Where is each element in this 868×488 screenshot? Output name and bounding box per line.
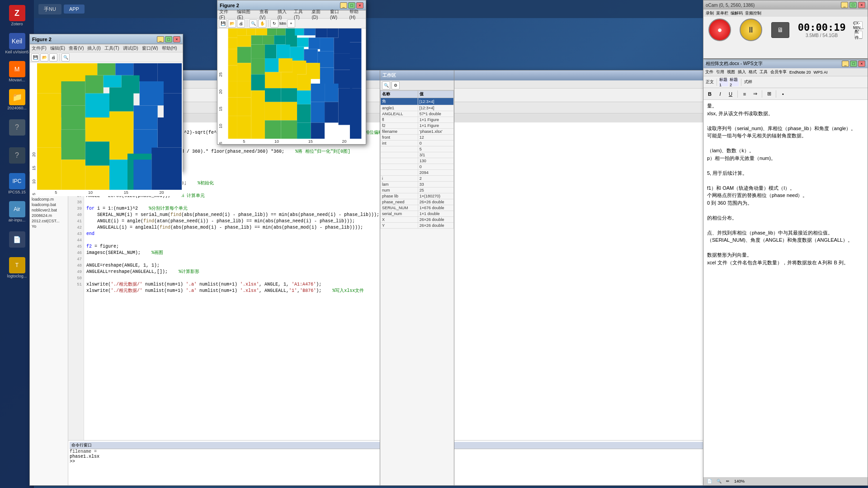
fig1-menu-view[interactable]: 查看(V): [69, 45, 84, 52]
figure2-maximize[interactable]: □: [348, 2, 355, 9]
fig1-menu-file[interactable]: 文件(F): [32, 45, 47, 52]
taskbar-icon-9[interactable]: 📄: [4, 226, 31, 253]
app-button[interactable]: APP: [64, 5, 85, 14]
fig2-menu-desktop[interactable]: 桌面(D): [311, 9, 326, 20]
file-item-loadcomp[interactable]: loadcomp.m: [30, 197, 68, 202]
figure2-close[interactable]: ×: [356, 2, 363, 9]
fig2-tb-open[interactable]: 📂: [228, 19, 236, 28]
ocam-maximize[interactable]: □: [849, 2, 857, 8]
ws-row-angle[interactable]: 角 [12:3×4]: [381, 98, 454, 105]
figure2-minimize[interactable]: _: [340, 2, 347, 9]
word-maximize[interactable]: □: [850, 61, 857, 67]
ws-row-lam[interactable]: lam 33: [381, 182, 454, 188]
fig1-tb1[interactable]: 💾: [31, 53, 39, 61]
file-item-2008[interactable]: 2008624.m: [30, 213, 68, 218]
fig2-menu-tool[interactable]: 工具(T): [294, 9, 308, 20]
fig2-menu-edit[interactable]: 编辑图(E): [237, 9, 256, 20]
ws-row-filename[interactable]: filename 'phase1.xlsx': [381, 129, 454, 135]
word-menu-ref[interactable]: 引用: [716, 69, 724, 75]
taskbar-icon-air[interactable]: Air air-inpu...: [4, 198, 31, 225]
ocam-pause-btn[interactable]: ⏸: [740, 19, 762, 41]
word-tb-align[interactable]: ≡: [740, 90, 749, 98]
word-menu-member[interactable]: 会员专享: [770, 69, 787, 75]
fig2-menu-insert[interactable]: 插入(I): [278, 9, 290, 20]
fig2-menu-file[interactable]: 文件(F): [219, 9, 233, 20]
ws-row-serialnum[interactable]: SERIAL_NUM 1×676 double: [381, 205, 454, 211]
ws-search[interactable]: 🔍: [382, 81, 390, 89]
ws-row-phaseneed[interactable]: phase_need 26×26 double: [381, 199, 454, 205]
shouni-button[interactable]: 手NU: [38, 4, 61, 14]
word-tb-underline[interactable]: U: [726, 90, 735, 98]
ws-row-f2[interactable]: f2 1×1 Figure: [381, 123, 454, 129]
fig2-tb-save[interactable]: 💾: [219, 19, 227, 28]
word-tb-style[interactable]: 式样: [744, 78, 753, 86]
ocam-menu-audio[interactable]: 音频控制: [745, 10, 761, 16]
ocam-menu-tool[interactable]: 编解码: [731, 10, 743, 16]
ws-row-Y[interactable]: Y 26×26 double: [381, 223, 454, 229]
word-doc-content[interactable]: 量。 xlsx, 并从该文件书读取数据。 读取序列号（serial_num)、库…: [703, 100, 868, 477]
fig1-tb2[interactable]: 📂: [40, 53, 48, 61]
fig1-menu-tool[interactable]: 工具(T): [104, 45, 119, 52]
fig1-menu-insert[interactable]: 插入(I): [87, 45, 100, 52]
ws-row-X[interactable]: X 26×26 double: [381, 217, 454, 223]
figure1-minimize[interactable]: _: [157, 36, 164, 42]
word-edit-icon[interactable]: ✏: [726, 479, 730, 483]
ocam-screen-btn[interactable]: 🖥: [771, 22, 789, 38]
ws-row-f1[interactable]: fl 1×1 Figure: [381, 117, 454, 123]
ws-settings[interactable]: ⚙: [392, 81, 400, 89]
ocam-menu-view[interactable]: 菜单栏: [716, 10, 728, 16]
figure1-maximize[interactable]: □: [165, 36, 172, 42]
word-tb-bold[interactable]: B: [705, 90, 714, 98]
word-titlebar[interactable]: 相控阵文档.docx - WPS文字 _ □ ×: [703, 59, 868, 68]
figure1-close[interactable]: ×: [173, 36, 180, 42]
fig2-menu-window[interactable]: 窗口(W): [330, 9, 346, 20]
taskbar-icon-ipc[interactable]: IPC IPCS5.15: [4, 170, 31, 197]
ocam-menu-file[interactable]: 录制: [706, 10, 714, 16]
ocam-mini-btn2[interactable]: 配件...: [854, 31, 863, 39]
fig1-menu-help[interactable]: 帮助(H): [162, 45, 177, 52]
fig2-tb-pan[interactable]: ✋: [258, 19, 266, 28]
fig1-tb4[interactable]: 🔍: [61, 53, 70, 61]
file-item-noblic3[interactable]: noblicver2.bat: [30, 207, 68, 213]
file-item-2012[interactable]: 2012.cst(CST...: [30, 218, 68, 224]
word-menu-ai[interactable]: WPS AI: [814, 70, 828, 75]
ws-row-2094[interactable]: 2094: [381, 170, 454, 176]
ws-row-130[interactable]: 130: [381, 158, 454, 164]
word-menu-endnote[interactable]: EndNote 20: [789, 70, 811, 75]
word-close[interactable]: ×: [858, 61, 865, 67]
word-tb-font[interactable]: 正文: [705, 78, 714, 86]
ocam-minimize[interactable]: _: [841, 2, 848, 8]
ws-row-angleall[interactable]: ANGLEALL 57*1 double: [381, 111, 454, 117]
word-menu-format[interactable]: 格式: [749, 69, 757, 75]
word-tb-h2[interactable]: 标题 2: [730, 78, 739, 86]
ws-row-int[interactable]: int 0: [381, 141, 454, 146]
file-item-yo[interactable]: Yo: [30, 224, 68, 229]
taskbar-icon-log[interactable]: T logtoclog...: [4, 254, 31, 282]
word-tb-bullet[interactable]: •: [778, 90, 788, 98]
word-tb-indent[interactable]: ⇒: [750, 90, 760, 98]
ws-row-5[interactable]: 5: [381, 146, 454, 152]
word-menu-file[interactable]: 文件: [705, 69, 713, 75]
fig1-menu-edit[interactable]: 编辑(E): [50, 45, 65, 52]
fig1-menu-window[interactable]: 窗口(W): [142, 45, 158, 52]
fig2-tb-zoom[interactable]: 🔍: [249, 19, 257, 28]
ws-row-front[interactable]: front 12: [381, 135, 454, 141]
fig1-menu-debug[interactable]: 调试(D): [123, 45, 138, 52]
fig2-menu-view[interactable]: 查看(V): [259, 9, 274, 20]
ws-row-phaselib[interactable]: phase lib 1×(180270): [381, 193, 454, 199]
fig2-menu-help[interactable]: 帮助(H): [349, 9, 364, 20]
word-menu-view[interactable]: 视图: [727, 69, 735, 75]
ws-row-angle1[interactable]: angle1 [12:3×4]: [381, 105, 454, 111]
figure1-titlebar[interactable]: Figure 2 _ □ ×: [30, 34, 183, 44]
word-minimize[interactable]: _: [842, 61, 849, 67]
word-tb-italic[interactable]: I: [716, 90, 725, 98]
ws-row-31[interactable]: 3/1: [381, 152, 454, 158]
ws-row-0[interactable]: 0: [381, 164, 454, 170]
ws-row-num[interactable]: num 25: [381, 188, 454, 193]
taskbar-icon-5[interactable]: ?: [4, 114, 31, 141]
fig2-tb-print[interactable]: 🖨: [237, 19, 245, 28]
fig2-tb-plus[interactable]: +: [287, 19, 295, 28]
word-tb-table[interactable]: ⊞: [764, 90, 774, 98]
ocam-mini-btn1[interactable]: CX-MIN...: [854, 21, 863, 29]
word-tb-h1[interactable]: 标题 1: [719, 78, 728, 86]
